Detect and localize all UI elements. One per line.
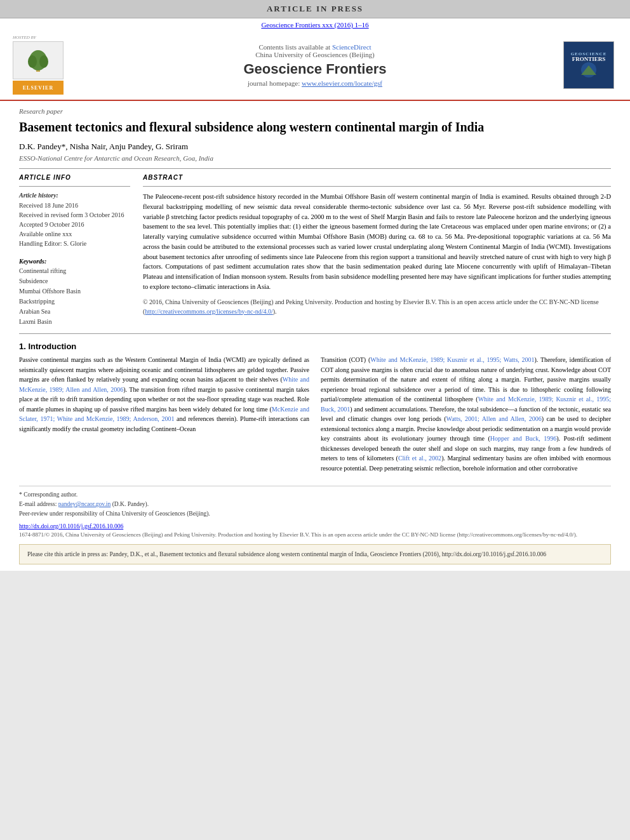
svg-point-2	[28, 55, 37, 68]
divider-4	[19, 333, 611, 334]
header-logo-right: GEOSCIENCE FRONTIERS	[560, 41, 617, 89]
authors: D.K. Pandey*, Nisha Nair, Anju Pandey, G…	[19, 142, 611, 152]
sciencedirect-link[interactable]: ScienceDirect	[332, 43, 372, 51]
body-left-col: Passive continental margins such as the …	[19, 355, 309, 477]
copyright-end: ).	[273, 308, 277, 315]
license-line: 1674-8871/© 2016, China University of Ge…	[19, 531, 611, 538]
affiliation: ESSO-National Centre for Antarctic and O…	[19, 154, 611, 162]
body-right-col: Transition (COT) (White and McKenzie, 19…	[321, 355, 611, 477]
homepage-url[interactable]: www.elsevier.com/locate/gsf	[302, 79, 382, 87]
page-wrapper: ARTICLE IN PRESS Geoscience Frontiers xx…	[0, 0, 630, 571]
copyright-block: © 2016, China University of Geosciences …	[143, 297, 611, 316]
doi-link[interactable]: http://dx.doi.org/10.1016/j.gsf.2016.10.…	[19, 523, 123, 530]
fn-email-link[interactable]: pandey@ncaor.gov.in	[58, 501, 111, 507]
divider-2	[19, 186, 130, 187]
keywords-block: Keywords: Continental rifting Subsidence…	[19, 255, 130, 327]
article-info-label: Article info	[19, 174, 130, 181]
header-logo-left: HOSTED BY ELSEVIER	[13, 35, 70, 95]
gf-logo-main: FRONTIERS	[572, 57, 606, 63]
homepage-label: journal homepage:	[248, 79, 300, 87]
received-revised-line: Received in revised form 3 October 2016	[19, 210, 130, 220]
keyword-1: Continental rifting	[19, 266, 130, 276]
handling-editor-line: Handling Editor: S. Glorie	[19, 239, 130, 248]
gf-logo: GEOSCIENCE FRONTIERS	[563, 41, 614, 89]
keyword-4: Backstripping	[19, 297, 130, 307]
article-type-label: Research paper	[19, 107, 611, 115]
elsevier-tree-icon	[22, 48, 54, 73]
journal-citation-link[interactable]: Geoscience Frontiers xxx (2016) 1–16	[261, 21, 368, 29]
china-uni-line: China University of Geosciences (Beijing…	[76, 51, 554, 58]
journal-title: Geoscience Frontiers	[76, 61, 554, 77]
keyword-3: Mumbai Offshore Basin	[19, 286, 130, 297]
journal-info-line: Geoscience Frontiers xxx (2016) 1–16	[0, 18, 630, 30]
fn-corresponding: * Corresponding author.	[19, 490, 611, 500]
journal-header: HOSTED BY ELSEVIER Contents lists availa…	[0, 30, 630, 101]
abstract-label: ABSTRACT	[143, 174, 611, 181]
accepted-line: Accepted 9 October 2016	[19, 220, 130, 229]
whether-text: whether	[148, 396, 168, 403]
svg-point-3	[39, 55, 48, 68]
article-history-heading: Article history:	[19, 192, 130, 199]
abstract-text: The Paleocene-recent post-rift subsidenc…	[143, 192, 611, 292]
fn-email-name: (D.K. Pandey).	[112, 501, 149, 507]
citation-box: Please cite this article in press as: Pa…	[19, 544, 611, 564]
contents-line: Contents lists available at ScienceDirec…	[76, 43, 554, 51]
available-line: Available online xxx	[19, 229, 130, 239]
section-1-heading: 1. Introduction	[19, 342, 611, 351]
body-two-col: Passive continental margins such as the …	[19, 355, 611, 477]
elsevier-logo	[13, 41, 64, 79]
fn-peer-review: Peer-review under responsibility of Chin…	[19, 509, 611, 519]
divider-1	[19, 168, 611, 169]
article-title: Basement tectonics and flexural subsiden…	[19, 119, 611, 135]
ref-white-mckenzie-1989: White and McKenzie, 1989; Allen and Alle…	[19, 376, 309, 393]
keyword-2: Subsidence	[19, 276, 130, 286]
keyword-6: Laxmi Basin	[19, 317, 130, 327]
article-info-abstract-row: Article info Article history: Received 1…	[19, 174, 611, 327]
journal-homepage: journal homepage: www.elsevier.com/locat…	[76, 79, 554, 87]
article-info-col: Article info Article history: Received 1…	[19, 174, 130, 327]
section-1: 1. Introduction Passive continental marg…	[19, 342, 611, 477]
ref-watts-2001: Watts, 2001; Allen and Allen, 2006	[446, 415, 542, 422]
hosted-by-label: HOSTED BY	[13, 35, 70, 40]
header-center: Contents lists available at ScienceDirec…	[76, 43, 554, 87]
divider-3	[143, 186, 611, 187]
ref-lithos-cooling: White and McKenzie, 1989; Kusznir et al.…	[321, 396, 611, 413]
elsevier-badge: ELSEVIER	[13, 81, 64, 95]
ref-hopper-buck: Hopper and Buck, 1996	[490, 435, 557, 442]
cc-license-link[interactable]: http://creativecommons.org/licenses/by-n…	[145, 308, 272, 315]
main-content: Research paper Basement tectonics and fl…	[0, 101, 630, 571]
footnotes: * Corresponding author. E-mail address: …	[19, 486, 611, 519]
banner-text: ARTICLE IN PRESS	[267, 4, 363, 13]
body-right-para-1: Transition (COT) (White and McKenzie, 19…	[321, 355, 611, 473]
article-info-block: Article history: Received 18 June 2016 R…	[19, 192, 130, 248]
received-line: Received 18 June 2016	[19, 201, 130, 210]
citation-text: Please cite this article in press as: Pa…	[27, 551, 546, 557]
doi-line: http://dx.doi.org/10.1016/j.gsf.2016.10.…	[19, 523, 611, 530]
ref-clift-2002: Clift et al., 2002	[398, 455, 441, 462]
keywords-heading: Keywords:	[19, 258, 46, 265]
article-in-press-banner: ARTICLE IN PRESS	[0, 0, 630, 18]
body-left-para-1: Passive continental margins such as the …	[19, 355, 309, 434]
keyword-5: Arabian Sea	[19, 307, 130, 317]
ref-cot-1: White and McKenzie, 1989; Kusznir et al.…	[370, 356, 534, 363]
contents-label: Contents lists available at	[258, 43, 330, 51]
ref-mckenzie-sclater: McKenzie and Sclater, 1971; White and Mc…	[19, 406, 309, 423]
fn-email-label: E-mail address:	[19, 501, 57, 507]
fn-email: E-mail address: pandey@ncaor.gov.in (D.K…	[19, 500, 611, 509]
abstract-col: ABSTRACT The Paleocene-recent post-rift …	[143, 174, 611, 327]
gf-logo-image	[572, 62, 607, 78]
